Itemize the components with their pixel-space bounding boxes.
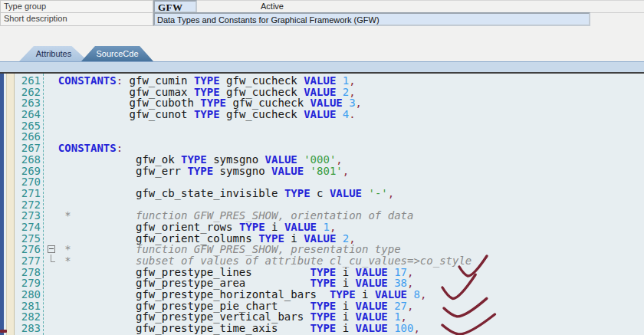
- code-line[interactable]: 280 gfw_prestype_horizontal_bars TYPE i …: [0, 289, 644, 301]
- line-number: 268: [15, 154, 41, 166]
- code-text: * function GFW_PRES_SHOW, orientation of…: [45, 210, 413, 222]
- code-line[interactable]: 283 gfw_prestype_time_axis TYPE i VALUE …: [0, 323, 644, 334]
- line-number: 272: [15, 199, 41, 211]
- line-number: 271: [15, 188, 41, 199]
- code-line[interactable]: 262 gfw_cumax TYPE gfw_cucheck VALUE 2,: [0, 87, 644, 98]
- code-text: gfw_cunot TYPE gfw_cucheck VALUE 4.: [45, 109, 356, 120]
- code-text: gfw_prestype_vertical_bars TYPE i VALUE …: [45, 311, 407, 323]
- code-text: gfw_cb_state_invisible TYPE c VALUE '-',: [45, 188, 394, 199]
- code-line[interactable]: 266: [0, 131, 644, 143]
- line-number: 280: [15, 289, 41, 301]
- code-line[interactable]: 261 CONSTANTS: gfw_cumin TYPE gfw_cuchec…: [0, 75, 644, 87]
- short-description-field[interactable]: Data Types and Constants for Graphical F…: [153, 12, 590, 26]
- code-line[interactable]: 281 gfw_prestype_pie_chart TYPE i VALUE …: [0, 301, 644, 312]
- code-line[interactable]: 263 gfw_cuboth TYPE gfw_cucheck VALUE 3,: [0, 97, 644, 109]
- code-text: gfw_prestype_time_axis TYPE i VALUE 100,: [45, 323, 420, 334]
- code-line[interactable]: 272: [0, 199, 644, 211]
- source-code-editor[interactable]: 261 CONSTANTS: gfw_cumin TYPE gfw_cuchec…: [0, 72, 644, 335]
- code-text: CONSTANTS: gfw_cumin TYPE gfw_cucheck VA…: [45, 75, 356, 87]
- line-number: 276: [15, 244, 41, 255]
- code-line[interactable]: 275 gfw_orient_columns TYPE i VALUE 2,: [0, 233, 644, 245]
- line-number: 283: [15, 323, 41, 334]
- code-line[interactable]: 282 gfw_prestype_vertical_bars TYPE i VA…: [0, 311, 644, 323]
- code-line[interactable]: 267 CONSTANTS:: [0, 143, 644, 154]
- code-line[interactable]: 277 * subset of values of attribute cl_c…: [0, 255, 644, 267]
- code-text: gfw_prestype_pie_chart TYPE i VALUE 27,: [45, 301, 413, 312]
- tab-strip-band: [0, 61, 644, 72]
- line-number: 269: [15, 166, 41, 177]
- code-text: gfw_err TYPE symsgno VALUE '801',: [45, 166, 349, 177]
- corner-mark: [0, 330, 7, 333]
- line-number: 261: [15, 75, 41, 87]
- line-number: 265: [15, 120, 41, 132]
- code-text: * function GFW_PRES_SHOW, presentation t…: [45, 244, 401, 255]
- code-lines: 261 CONSTANTS: gfw_cumin TYPE gfw_cuchec…: [0, 75, 644, 334]
- line-number: 278: [15, 267, 41, 278]
- line-number: 273: [15, 210, 41, 222]
- line-number: 275: [15, 233, 41, 245]
- status-text: Active: [230, 0, 314, 13]
- code-line[interactable]: 273 * function GFW_PRES_SHOW, orientatio…: [0, 210, 644, 222]
- code-text: CONSTANTS:: [45, 143, 123, 154]
- code-line[interactable]: 278 gfw_prestype_lines TYPE i VALUE 17,: [0, 267, 644, 278]
- line-number: 282: [15, 311, 41, 323]
- code-line[interactable]: 264 gfw_cunot TYPE gfw_cucheck VALUE 4.: [0, 109, 644, 120]
- tab-attributes[interactable]: Attributes: [19, 46, 88, 61]
- code-line[interactable]: 271 gfw_cb_state_invisible TYPE c VALUE …: [0, 188, 644, 199]
- code-text: gfw_orient_columns TYPE i VALUE 2,: [45, 233, 356, 245]
- code-line[interactable]: 274 gfw_orient_rows TYPE i VALUE 1,: [0, 222, 644, 233]
- tab-strip: Attributes SourceCde: [0, 44, 644, 72]
- code-text: gfw_prestype_area TYPE i VALUE 38,: [45, 278, 413, 289]
- line-number: 263: [15, 97, 41, 109]
- code-text: gfw_cumax TYPE gfw_cucheck VALUE 2,: [45, 87, 356, 98]
- code-line[interactable]: 279 gfw_prestype_area TYPE i VALUE 38,: [0, 278, 644, 289]
- code-text: * subset of values of attribute cl_cu_va…: [45, 255, 472, 267]
- line-number: 279: [15, 278, 41, 289]
- code-line[interactable]: 268 gfw_ok TYPE symsgno VALUE '000',: [0, 154, 644, 166]
- code-text: gfw_ok TYPE symsgno VALUE '000',: [45, 154, 343, 166]
- line-number: 262: [15, 87, 41, 98]
- code-line[interactable]: 276 * function GFW_PRES_SHOW, presentati…: [0, 244, 644, 255]
- type-group-label: Type group: [0, 0, 153, 13]
- code-text: gfw_prestype_horizontal_bars TYPE i VALU…: [45, 289, 426, 301]
- type-group-header-form: Type group GFW Active Short description …: [0, 0, 644, 31]
- code-text: gfw_prestype_lines TYPE i VALUE 17,: [45, 267, 413, 278]
- line-number: 267: [15, 143, 41, 154]
- code-line[interactable]: 269 gfw_err TYPE symsgno VALUE '801',: [0, 166, 644, 177]
- code-line[interactable]: 265: [0, 120, 644, 132]
- line-number: 264: [15, 109, 41, 120]
- type-group-value-field[interactable]: GFW: [153, 0, 197, 13]
- tab-sourcecde[interactable]: SourceCde: [81, 46, 153, 61]
- short-description-label: Short description: [0, 12, 153, 26]
- code-line[interactable]: 270: [0, 176, 644, 188]
- line-number: 274: [15, 222, 41, 233]
- line-number: 270: [15, 176, 41, 188]
- code-text: gfw_orient_rows TYPE i VALUE 1,: [45, 222, 336, 233]
- line-number: 266: [15, 131, 41, 143]
- line-number: 281: [15, 301, 41, 312]
- code-text: gfw_cuboth TYPE gfw_cucheck VALUE 3,: [45, 97, 362, 109]
- line-number: 277: [15, 255, 41, 267]
